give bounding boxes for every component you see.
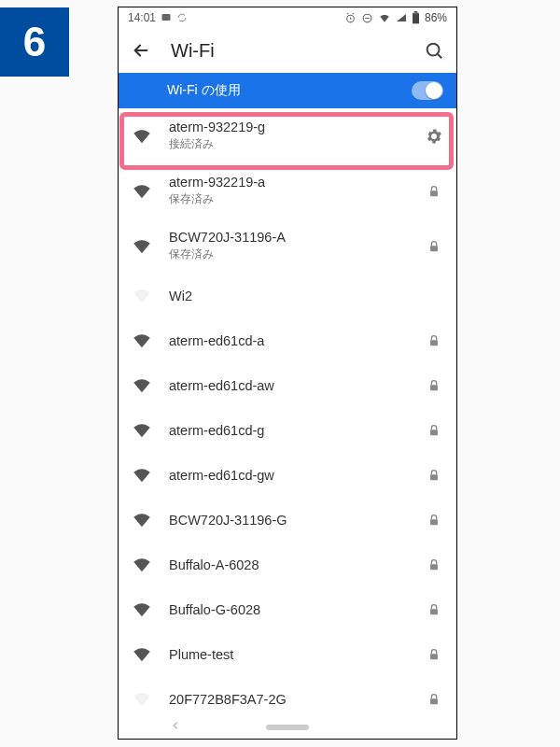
wifi-signal-icon (132, 126, 152, 147)
wifi-signal-icon (132, 510, 152, 530)
network-ssid: BCW720J-31196-G (169, 513, 408, 528)
network-text: BCW720J-31196-G (169, 513, 408, 528)
svg-point-6 (427, 44, 440, 56)
lock-icon (425, 466, 443, 485)
wifi-signal-icon (132, 420, 152, 441)
phone-frame: 14:01 86% (118, 7, 457, 740)
lock-icon (425, 645, 443, 664)
lock-icon (425, 237, 443, 256)
wifi-status-icon (378, 11, 391, 24)
network-text: BCW720J-31196-A 保存済み (169, 230, 408, 262)
network-ssid: Buffalo-G-6028 (169, 602, 408, 617)
wifi-signal-icon (132, 555, 152, 575)
network-ssid: Plume-test (169, 647, 408, 662)
battery-percent: 86% (425, 11, 447, 24)
network-text: aterm-ed61cd-aw (169, 378, 408, 393)
svg-rect-8 (430, 246, 438, 251)
lock-icon (425, 331, 443, 350)
network-item[interactable]: aterm-ed61cd-g (119, 408, 456, 453)
wifi-signal-icon (132, 375, 152, 396)
back-button[interactable] (130, 39, 152, 62)
network-ssid: aterm-932219-a (169, 175, 408, 190)
lock-icon (425, 182, 443, 201)
lock-icon (425, 376, 443, 395)
network-ssid: aterm-ed61cd-a (169, 333, 408, 348)
wifi-signal-icon (132, 236, 152, 257)
svg-rect-12 (430, 474, 438, 480)
network-status: 保存済み (169, 247, 408, 262)
network-item[interactable]: 20F772B8F3A7-2G (119, 677, 456, 716)
network-text: aterm-ed61cd-a (169, 333, 408, 348)
nav-home-pill[interactable] (266, 725, 309, 730)
status-time: 14:01 (128, 11, 156, 24)
gear-icon[interactable] (425, 127, 443, 146)
network-ssid: 20F772B8F3A7-2G (169, 692, 408, 707)
network-ssid: aterm-ed61cd-gw (169, 468, 408, 483)
status-bar: 14:01 86% (119, 7, 456, 28)
wifi-signal-icon (132, 286, 152, 306)
signal-icon (396, 12, 407, 23)
lock-icon (425, 600, 443, 619)
network-text: 20F772B8F3A7-2G (169, 692, 408, 707)
battery-icon (412, 11, 420, 24)
wifi-signal-icon (132, 689, 152, 710)
network-ssid: aterm-ed61cd-aw (169, 378, 408, 393)
svg-rect-10 (430, 385, 438, 390)
wifi-signal-icon (132, 331, 152, 351)
svg-rect-7 (430, 190, 438, 196)
network-item[interactable]: BCW720J-31196-G (119, 498, 456, 543)
network-list[interactable]: aterm-932219-g 接続済み aterm-932219-a 保存済み … (119, 108, 456, 716)
lock-icon (425, 690, 443, 709)
network-text: aterm-ed61cd-g (169, 423, 408, 438)
network-ssid: Wi2 (169, 289, 408, 303)
network-text: aterm-932219-a 保存済み (169, 175, 408, 207)
step-number-badge: 6 (0, 7, 69, 77)
network-status: 保存済み (169, 191, 408, 207)
svg-rect-4 (414, 11, 418, 13)
wifi-signal-icon (132, 644, 152, 665)
network-item[interactable]: BCW720J-31196-A 保存済み (119, 218, 456, 274)
wifi-signal-icon (132, 599, 152, 620)
network-item[interactable]: aterm-ed61cd-aw (119, 363, 456, 408)
app-header: Wi-Fi (119, 28, 456, 73)
network-status: 接続済み (169, 136, 408, 152)
network-item[interactable]: aterm-ed61cd-gw (119, 453, 456, 498)
svg-rect-16 (430, 654, 438, 659)
network-text: Buffalo-A-6028 (169, 557, 408, 572)
wifi-toggle-label: Wi-Fi の使用 (167, 82, 412, 99)
network-text: aterm-ed61cd-gw (169, 468, 408, 483)
dnd-icon (361, 12, 373, 24)
svg-rect-11 (430, 430, 438, 435)
network-item[interactable]: aterm-ed61cd-a (119, 318, 456, 363)
lock-icon (425, 511, 443, 529)
network-item[interactable]: Wi2 (119, 274, 456, 318)
svg-rect-15 (430, 609, 438, 614)
network-text: Wi2 (169, 289, 408, 303)
message-icon (161, 12, 172, 23)
wifi-signal-icon (132, 181, 152, 202)
network-ssid: BCW720J-31196-A (169, 230, 408, 245)
svg-rect-14 (430, 564, 438, 570)
search-button[interactable] (423, 39, 445, 62)
lock-icon (425, 421, 443, 440)
network-text: Buffalo-G-6028 (169, 602, 408, 617)
svg-rect-9 (430, 340, 438, 345)
network-item[interactable]: aterm-932219-a 保存済み (119, 163, 456, 218)
wifi-toggle-switch[interactable] (412, 81, 443, 100)
network-text: Plume-test (169, 647, 408, 662)
alarm-icon (344, 12, 357, 24)
network-item[interactable]: Buffalo-A-6028 (119, 543, 456, 587)
network-ssid: aterm-932219-g (169, 120, 408, 134)
svg-rect-17 (430, 698, 438, 704)
network-item[interactable]: aterm-932219-g 接続済み (119, 108, 456, 163)
network-item[interactable]: Buffalo-G-6028 (119, 587, 456, 632)
nav-bar (119, 716, 456, 739)
nav-back-icon[interactable] (169, 719, 182, 736)
svg-rect-13 (430, 519, 438, 525)
network-ssid: Buffalo-A-6028 (169, 557, 408, 572)
sync-icon (176, 12, 188, 23)
network-ssid: aterm-ed61cd-g (169, 423, 408, 438)
wifi-use-toggle-row[interactable]: Wi-Fi の使用 (119, 73, 456, 108)
wifi-signal-icon (132, 465, 152, 486)
network-item[interactable]: Plume-test (119, 632, 456, 677)
